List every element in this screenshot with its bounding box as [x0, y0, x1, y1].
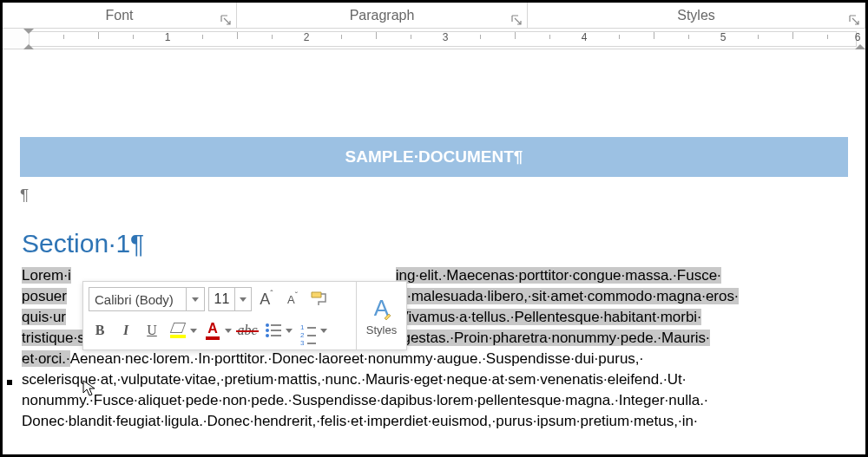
document-page[interactable]: SAMPLE·DOCUMENT¶ ¶ Section·1¶ Lorem·iing…	[3, 50, 865, 454]
font-size-value[interactable]: 11	[209, 288, 235, 310]
ruler-number: 2	[304, 31, 310, 43]
highlight-split-button[interactable]	[167, 319, 198, 342]
highlight-icon[interactable]	[167, 319, 189, 342]
highlight-dropdown-icon[interactable]	[189, 329, 198, 333]
hanging-indent-marker-icon[interactable]	[23, 44, 34, 49]
ribbon-group-paragraph-label: Paragraph	[350, 8, 415, 23]
bold-button[interactable]: B	[89, 319, 111, 342]
ribbon-groups: Font Paragraph Styles	[3, 3, 865, 29]
font-dialog-launcher-icon[interactable]	[220, 15, 231, 25]
ribbon-group-paragraph: Paragraph	[237, 3, 528, 28]
numbering-split-button[interactable]: 123	[297, 319, 328, 342]
numbering-dropdown-icon[interactable]	[319, 329, 328, 333]
font-name-combo[interactable]: Calibri (Body)	[89, 287, 205, 311]
selected-text[interactable]: Lorem·i	[22, 267, 71, 284]
right-indent-marker-icon[interactable]	[855, 44, 865, 49]
ruler-number: 1	[165, 31, 171, 43]
format-painter-button[interactable]	[307, 288, 330, 310]
ribbon-group-font-label: Font	[105, 8, 133, 23]
font-color-icon[interactable]: A	[201, 319, 224, 342]
first-line-indent-marker-icon[interactable]	[23, 29, 34, 34]
ribbon-group-styles-label: Styles	[677, 8, 715, 23]
mini-styles-button[interactable]: A Styles	[356, 282, 406, 349]
styles-icon: A	[374, 295, 389, 322]
font-color-split-button[interactable]: A	[201, 319, 233, 342]
paragraph-dialog-launcher-icon[interactable]	[511, 15, 522, 25]
font-size-dropdown-icon[interactable]	[235, 288, 251, 310]
font-name-dropdown-icon[interactable]	[187, 288, 204, 310]
font-size-combo[interactable]: 11	[208, 287, 252, 311]
grow-font-button[interactable]: Aˆ	[255, 288, 278, 310]
shrink-font-button[interactable]: Aˇ	[281, 288, 304, 310]
margin-marker-icon	[7, 380, 12, 385]
strikethrough-button[interactable]: abc	[236, 319, 259, 342]
italic-button[interactable]: I	[115, 319, 137, 342]
mini-toolbar: Calibri (Body) 11 Aˆ Aˇ B I U	[82, 281, 407, 350]
document-title-bar[interactable]: SAMPLE·DOCUMENT¶	[20, 137, 848, 177]
font-color-dropdown-icon[interactable]	[224, 329, 233, 333]
styles-dialog-launcher-icon[interactable]	[849, 15, 859, 25]
ribbon-group-styles: Styles	[528, 3, 865, 28]
document-title-text: SAMPLE·DOCUMENT¶	[345, 147, 523, 166]
mini-styles-label: Styles	[366, 323, 397, 336]
bullets-dropdown-icon[interactable]	[285, 329, 293, 333]
underline-button[interactable]: U	[141, 319, 163, 342]
paragraph-mark: ¶	[20, 186, 848, 205]
font-name-value[interactable]: Calibri (Body)	[89, 288, 187, 310]
section-heading[interactable]: Section·1¶	[22, 229, 848, 258]
ruler-number: 5	[720, 31, 727, 43]
ribbon-group-font: Font	[3, 3, 237, 28]
ruler-number: 6	[855, 31, 861, 43]
bullets-split-button[interactable]	[262, 319, 293, 342]
ruler[interactable]: 1 2 3 4 5 6	[3, 29, 865, 49]
ruler-number: 4	[582, 31, 588, 43]
bullets-icon[interactable]	[262, 319, 285, 342]
numbering-icon[interactable]: 123	[297, 319, 319, 342]
ruler-number: 3	[443, 31, 449, 43]
